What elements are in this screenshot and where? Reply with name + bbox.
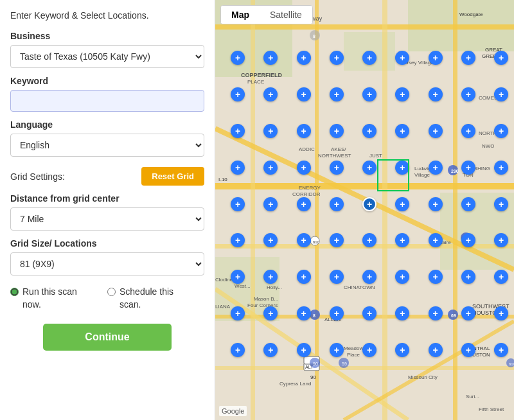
svg-text:69: 69 xyxy=(451,313,456,318)
language-label: Language xyxy=(10,119,204,130)
svg-text:ADDIC: ADDIC xyxy=(299,146,315,152)
svg-text:Woodgate: Woodgate xyxy=(459,12,483,17)
distance-field-group: Distance from grid center 7 Mile xyxy=(10,193,204,231)
svg-text:Ludwig: Ludwig xyxy=(414,166,430,171)
map-tab-bar: Map Satellite xyxy=(220,5,313,24)
grid-settings-row: Grid Settings: Reset Grid xyxy=(10,167,204,186)
svg-rect-7 xyxy=(215,183,514,189)
run-now-option: Run this scannow. xyxy=(10,286,107,311)
left-panel: Enter Keyword & Select Locations. Busine… xyxy=(0,0,215,420)
svg-text:ALLEN: ALLEN xyxy=(324,317,341,322)
svg-rect-6 xyxy=(215,24,514,30)
svg-text:610: 610 xyxy=(464,236,472,241)
svg-text:Four Corners: Four Corners xyxy=(247,302,278,308)
svg-text:TON: TON xyxy=(463,172,474,178)
svg-text:Village: Village xyxy=(414,172,430,178)
svg-text:NORTHWEST: NORTHWEST xyxy=(318,153,351,159)
svg-text:Fifth Street: Fifth Street xyxy=(479,407,504,412)
continue-button[interactable]: Continue xyxy=(43,324,172,351)
business-label: Business xyxy=(10,31,204,41)
svg-text:HOUSTON: HOUSTON xyxy=(472,310,501,316)
svg-text:59: 59 xyxy=(342,362,347,366)
scan-options-row: Run this scannow. Schedule thisscan. xyxy=(10,286,204,311)
svg-text:AKES/: AKES/ xyxy=(331,146,346,152)
grid-settings-label: Grid Settings: xyxy=(10,171,65,182)
svg-text:JUST: JUST xyxy=(369,153,382,159)
keyword-input[interactable]: restaurant xyxy=(10,90,204,112)
grid-size-select[interactable]: 81 (9X9) xyxy=(10,252,204,276)
svg-text:Suri...: Suri... xyxy=(466,394,479,399)
language-select[interactable]: English xyxy=(10,134,204,157)
svg-text:90: 90 xyxy=(310,374,316,380)
business-field-group: Business Taste of Texas (10505 Katy Fwy) xyxy=(10,31,204,68)
schedule-label: Schedule thisscan. xyxy=(120,286,173,311)
run-now-label: Run this scannow. xyxy=(22,286,77,311)
svg-text:290: 290 xyxy=(451,169,459,173)
svg-text:ENERGY: ENERGY xyxy=(299,185,321,191)
svg-text:8: 8 xyxy=(313,313,315,318)
svg-text:Meadows: Meadows xyxy=(344,346,366,351)
business-select[interactable]: Taste of Texas (10505 Katy Fwy) xyxy=(10,45,204,68)
svg-text:WASHING: WASHING xyxy=(466,166,490,171)
keyword-field-group: Keyword restaurant xyxy=(10,76,204,112)
svg-text:LIANA: LIANA xyxy=(215,304,231,310)
grid-size-field-group: Grid Size/ Locations 81 (9X9) xyxy=(10,238,204,276)
svg-rect-10 xyxy=(215,366,514,370)
keyword-label: Keyword xyxy=(10,76,204,86)
svg-text:West...: West... xyxy=(235,283,251,289)
svg-text:HOUSTON: HOUSTON xyxy=(465,352,490,358)
svg-rect-11 xyxy=(251,0,255,420)
svg-text:90: 90 xyxy=(313,362,318,366)
svg-text:Mason B...: Mason B... xyxy=(254,296,278,302)
svg-text:Missouri City: Missouri City xyxy=(408,374,438,380)
svg-text:CHINATOWN: CHINATOWN xyxy=(344,284,375,290)
map-background: Sam Houston Tollway Woodgate I-10 8 290 … xyxy=(215,0,514,420)
svg-text:I-10: I-10 xyxy=(218,177,227,182)
grid-size-label: Grid Size/ Locations xyxy=(10,238,204,249)
schedule-option: Schedule thisscan. xyxy=(107,286,204,311)
schedule-radio[interactable] xyxy=(107,288,116,296)
language-field-group: Language English xyxy=(10,119,204,157)
svg-text:Clodine: Clodine xyxy=(215,277,233,283)
svg-text:Cypress Land: Cypress Land xyxy=(279,381,311,387)
svg-text:Bellaire: Bellaire xyxy=(434,240,451,245)
svg-text:NWO: NWO xyxy=(482,143,495,149)
svg-text:610: 610 xyxy=(509,362,514,366)
svg-text:COPPERFIELD: COPPERFIELD xyxy=(241,72,283,78)
svg-text:SOUTHWEST: SOUTHWEST xyxy=(472,303,510,310)
reset-grid-button[interactable]: Reset Grid xyxy=(141,167,204,186)
svg-rect-5 xyxy=(440,193,514,270)
run-now-radio[interactable] xyxy=(10,288,19,296)
distance-label: Distance from grid center xyxy=(10,193,204,204)
continue-section: Continue xyxy=(10,324,204,351)
svg-text:COMES: COMES xyxy=(479,95,497,101)
svg-text:Place: Place xyxy=(347,352,360,358)
map-tab[interactable]: Map xyxy=(221,6,260,24)
map-panel: Map Satellite xyxy=(215,0,514,420)
svg-text:8: 8 xyxy=(313,34,315,39)
svg-text:Jersey Village: Jersey Village xyxy=(402,60,434,66)
distance-select[interactable]: 7 Mile xyxy=(10,207,204,231)
svg-text:CENTRAL: CENTRAL xyxy=(466,346,490,351)
svg-text:610: 610 xyxy=(313,240,320,244)
svg-text:CORRIDOR: CORRIDOR xyxy=(292,191,321,197)
svg-text:GREAT: GREAT xyxy=(485,47,502,53)
svg-text:PLACE: PLACE xyxy=(247,79,264,85)
satellite-tab[interactable]: Satellite xyxy=(260,6,312,24)
instruction-text: Enter Keyword & Select Locations. xyxy=(10,10,204,21)
svg-text:GREENS: GREENS xyxy=(482,53,504,59)
svg-text:Holly...: Holly... xyxy=(267,284,282,290)
svg-text:NORTH: NORTH xyxy=(479,130,497,136)
google-logo: Google xyxy=(219,406,247,416)
